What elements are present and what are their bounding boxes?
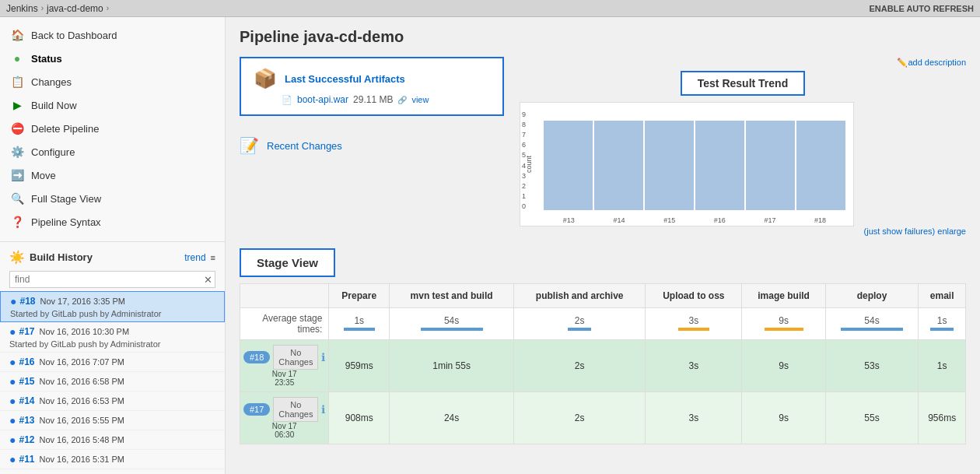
avg-time-deploy: 54s — [829, 315, 915, 326]
build-status-icon-13: ● — [9, 414, 16, 427]
no-changes-btn-18[interactable]: No Changes — [273, 345, 318, 370]
sidebar-item-pipeline-syntax[interactable]: ❓ Pipeline Syntax — [0, 210, 225, 233]
page-title: Pipeline java-cd-demo — [240, 28, 966, 46]
file-icon2: 🔗 — [397, 96, 407, 104]
no-changes-btn-17[interactable]: No Changes — [273, 397, 318, 422]
breadcrumb-sep-2: › — [107, 4, 109, 12]
top-bar: Jenkins › java-cd-demo › ENABLE AUTO REF… — [0, 0, 980, 17]
file-name-link[interactable]: boot-api.war — [297, 94, 348, 105]
build-time-17-label: 06:30 — [243, 430, 325, 439]
recent-changes-link[interactable]: Recent Changes — [267, 140, 342, 152]
sidebar-item-build-now[interactable]: ▶ Build Now — [0, 93, 225, 117]
sidebar-label-back: Back to Dashboard — [31, 30, 117, 41]
delete-icon: ⛔ — [9, 121, 25, 136]
x-16: #16 — [714, 216, 726, 224]
build-entry-15: ● #15 Nov 16, 2016 6:58 PM — [0, 372, 225, 391]
trend-bar-14 — [594, 121, 643, 210]
sidebar-item-configure[interactable]: ⚙️ Configure — [0, 140, 225, 163]
recent-changes-icon: 📝 — [240, 136, 259, 155]
build-list: ● #18 Nov 17, 2016 3:35 PM Started by Gi… — [0, 291, 225, 469]
col-header-image: image build — [742, 284, 825, 308]
info-box: 📦 Last Successful Artifacts 📄 boot-api.w… — [240, 57, 504, 116]
move-icon: ➡️ — [9, 167, 25, 183]
build-date-17-label: Nov 17 — [243, 422, 325, 430]
col-header-prepare: Prepare — [329, 284, 390, 308]
stage-18-deploy: 53s — [825, 340, 919, 392]
stage-18-mvn: 1min 55s — [390, 340, 514, 392]
pipeline-syntax-icon: ❓ — [9, 214, 25, 230]
info-btn-18[interactable]: ℹ — [321, 351, 325, 363]
changes-icon: 📋 — [9, 74, 25, 90]
build-cell-17: #17 No Changes ℹ Nov 17 06:30 — [240, 392, 329, 444]
avg-bar-mvn — [421, 328, 483, 331]
build-link-16[interactable]: #16 — [19, 356, 34, 367]
stage-table: Prepare mvn test and build publish and a… — [240, 283, 966, 444]
avg-bar-prepare — [344, 328, 375, 331]
x-15: #15 — [663, 216, 675, 224]
recent-changes-row: 📝 Recent Changes — [240, 136, 504, 155]
build-status-icon-17: ● — [9, 325, 16, 338]
just-show-failures-link[interactable]: (just show failures) — [864, 226, 936, 236]
avg-email: 1s — [919, 308, 966, 340]
sidebar-item-status[interactable]: ● Status — [0, 47, 225, 70]
build-status-icon-11: ● — [9, 453, 16, 465]
y-9: 9 — [522, 111, 526, 118]
col-header-email: email — [919, 284, 966, 308]
build-history-icon: ☀️ — [9, 250, 25, 265]
info-btn-17[interactable]: ℹ — [321, 403, 325, 416]
avg-time-email: 1s — [922, 315, 962, 326]
file-view-link[interactable]: view — [411, 95, 429, 104]
table-row-17: #17 No Changes ℹ Nov 17 06:30 908ms 24s … — [240, 392, 966, 444]
sidebar-item-move[interactable]: ➡️ Move — [0, 163, 225, 187]
trend-chart: count 9 8 7 6 5 4 3 2 1 0 — [520, 102, 854, 226]
pencil-icon: ✏️ — [897, 58, 908, 67]
enable-refresh-link[interactable]: ENABLE AUTO REFRESH — [870, 4, 974, 13]
build-link-17[interactable]: #17 — [19, 326, 34, 337]
build-history-trend-link[interactable]: trend — [184, 252, 205, 263]
col-header-upload: Upload to oss — [646, 284, 742, 308]
build-link-12[interactable]: #12 — [19, 434, 34, 445]
build-link-14[interactable]: #14 — [19, 395, 34, 406]
enable-refresh[interactable]: ENABLE AUTO REFRESH — [870, 3, 974, 14]
avg-time-image: 9s — [745, 315, 821, 326]
sidebar-item-changes[interactable]: 📋 Changes — [0, 70, 225, 93]
breadcrumb-jenkins[interactable]: Jenkins — [6, 3, 38, 14]
y-5: 5 — [522, 151, 526, 159]
add-description-label: add description — [908, 58, 966, 67]
find-clear-button[interactable]: ✕ — [204, 274, 212, 286]
col-header-mvn: mvn test and build — [390, 284, 514, 308]
build-link-15[interactable]: #15 — [19, 376, 34, 387]
build-entry-11: ● #11 Nov 16, 2016 5:31 PM — [0, 450, 225, 469]
build-link-18[interactable]: #18 — [19, 296, 35, 307]
enlarge-link[interactable]: enlarge — [937, 226, 966, 236]
stage-17-upload: 3s — [646, 392, 742, 444]
build-badge-18: #18 — [243, 351, 270, 363]
sidebar-item-full-stage-view[interactable]: 🔍 Full Stage View — [0, 187, 225, 210]
build-link-11[interactable]: #11 — [19, 454, 34, 465]
last-artifacts-link[interactable]: Last Successful Artifacts — [285, 73, 405, 85]
avg-bar-publish — [568, 328, 591, 331]
avg-time-upload: 3s — [649, 315, 738, 326]
avg-mvn: 54s — [390, 308, 514, 340]
build-date-11: Nov 16, 2016 5:31 PM — [40, 455, 124, 464]
build-link-13[interactable]: #13 — [19, 415, 34, 426]
build-date-14: Nov 16, 2016 6:53 PM — [40, 396, 124, 406]
build-sub-17: Started by GitLab push by Administrator — [9, 339, 215, 349]
sidebar: 🏠 Back to Dashboard ● Status 📋 Changes ▶… — [0, 17, 226, 474]
status-icon: ● — [9, 51, 25, 66]
trend-bar-16 — [695, 121, 744, 210]
avg-time-mvn: 54s — [393, 315, 510, 326]
avg-time-publish: 2s — [517, 315, 642, 326]
build-time-18-label: 23:35 — [243, 378, 325, 387]
stage-18-upload: 3s — [646, 340, 742, 392]
sidebar-item-back-to-dashboard[interactable]: 🏠 Back to Dashboard — [0, 23, 225, 47]
breadcrumb-java-cd-demo[interactable]: java-cd-demo — [47, 3, 103, 14]
stage-section: Stage View Prepare mvn test and build pu… — [240, 248, 966, 444]
add-description-link[interactable]: ✏️add description — [897, 58, 966, 67]
find-input[interactable] — [9, 271, 215, 288]
y-6: 6 — [522, 141, 526, 149]
sidebar-item-delete-pipeline[interactable]: ⛔ Delete Pipeline — [0, 117, 225, 140]
avg-deploy: 54s — [825, 308, 919, 340]
trend-section: ✏️add description Test Result Trend coun… — [520, 57, 966, 236]
build-date-15: Nov 16, 2016 6:58 PM — [40, 377, 124, 386]
